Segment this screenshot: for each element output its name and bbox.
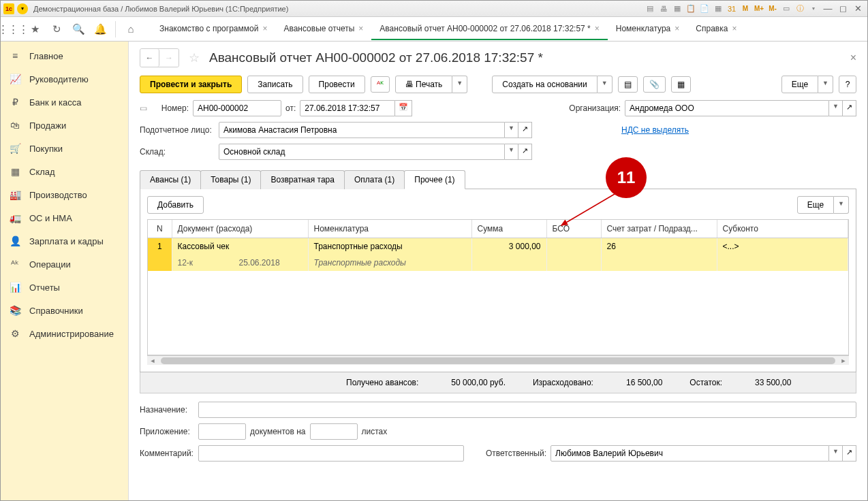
org-open[interactable]: ↗ [843,100,856,116]
horizontal-scrollbar[interactable]: ◄ ► [147,355,849,365]
tab-intro[interactable]: Знакомство с программой× [151,18,275,40]
tab-goods[interactable]: Товары (1) [200,170,261,189]
action-icon-3[interactable]: ▦ [671,76,691,93]
attach-button[interactable]: 📎 [643,76,666,93]
calendar-button[interactable]: 📅 [395,100,412,116]
mem-mminus[interactable]: M- [766,3,779,15]
save-button[interactable]: Записать [247,76,303,93]
dt-kt-button[interactable]: ᴬᴷ [371,76,390,93]
info-dd[interactable]: ▾ [807,3,820,15]
warehouse-open[interactable]: ↗ [518,144,532,160]
warehouse-dropdown[interactable]: ▼ [505,144,518,160]
close-icon[interactable]: × [732,24,737,33]
nav-back-button[interactable]: ← [140,49,159,67]
home-icon[interactable]: ⌂ [124,22,138,36]
tb-icon-5[interactable]: 📄 [698,3,711,15]
print-icon[interactable]: 🖶 [657,3,670,15]
tb-icon-3[interactable]: ▦ [671,3,683,15]
calendar-icon[interactable]: 31 [726,3,738,15]
number-input[interactable] [193,100,281,116]
sidebar-item-production[interactable]: 🏭Производство [1,183,128,206]
maximize-button[interactable]: ◻ [836,3,850,14]
more-button[interactable]: Еще [781,76,818,93]
history-icon[interactable]: ↻ [50,22,63,36]
docs-count-input[interactable] [198,423,246,440]
nds-link[interactable]: НДС не выделять [621,125,689,135]
tb-icon-1[interactable]: ▤ [644,3,656,15]
tab-help[interactable]: Справка× [687,18,745,40]
tab-reports[interactable]: Авансовые отчеты× [275,18,371,40]
tb-icon-10[interactable]: ▭ [780,3,792,15]
responsible-input[interactable] [551,445,829,462]
scroll-left-icon[interactable]: ◄ [147,356,158,366]
create-based-dropdown[interactable]: ▼ [598,76,613,93]
tab-current-doc[interactable]: Авансовый отчет АН00-000002 от 27.06.201… [371,18,607,40]
apps-icon[interactable]: ⋮⋮⋮ [6,22,20,36]
sidebar-item-main[interactable]: ≡Главное [1,44,128,67]
sidebar-item-operations[interactable]: ᴬᵏОперации [1,253,128,276]
post-and-close-button[interactable]: Провести и закрыть [140,76,242,93]
col-subk[interactable]: Субконто [717,220,848,238]
comment-input[interactable] [198,445,464,462]
app-menu-dropdown[interactable]: ▾ [17,3,28,14]
col-sum[interactable]: Сумма [471,220,546,238]
person-open[interactable]: ↗ [518,122,532,138]
person-dropdown[interactable]: ▼ [505,122,518,138]
close-icon[interactable]: × [675,24,679,33]
sidebar-item-salary[interactable]: 👤Зарплата и кадры [1,229,128,253]
org-input[interactable] [625,100,829,116]
help-button[interactable]: ? [839,76,856,93]
sidebar-item-manager[interactable]: 📈Руководителю [1,67,128,91]
col-doc[interactable]: Документ (расхода) [172,220,308,238]
responsible-dropdown[interactable]: ▼ [829,445,843,462]
sidebar-item-reports[interactable]: 📊Отчеты [1,276,128,299]
sidebar-item-bank[interactable]: ₽Банк и касса [1,91,128,114]
close-icon[interactable]: × [358,24,363,33]
tab-returnable[interactable]: Возвратная тара [260,170,345,189]
create-based-button[interactable]: Создать на основании [492,76,598,93]
close-icon[interactable]: × [595,24,600,33]
tab-nomenclature[interactable]: Номенклатура× [608,18,688,40]
sidebar-item-admin[interactable]: ⚙Администрирование [1,322,128,345]
print-dropdown[interactable]: ▼ [452,76,467,93]
table-more-dropdown[interactable]: ▼ [834,196,849,214]
nav-forward-button[interactable]: → [159,49,179,67]
col-n[interactable]: N [148,220,172,238]
bell-icon[interactable]: 🔔 [93,22,107,36]
more-dropdown[interactable]: ▼ [818,76,833,93]
favorite-star-icon[interactable]: ☆ [189,50,200,65]
sidebar-item-assets[interactable]: 🚛ОС и НМА [1,206,128,229]
action-icon-1[interactable]: ▤ [618,76,638,93]
close-document-button[interactable]: × [850,52,856,64]
tab-advances[interactable]: Авансы (1) [140,170,201,189]
sidebar-item-refs[interactable]: 📚Справочники [1,299,128,322]
tab-payment[interactable]: Оплата (1) [344,170,405,189]
tb-icon-4[interactable]: 📋 [685,3,697,15]
print-button[interactable]: 🖶 Печать [395,76,453,93]
search-icon[interactable]: 🔍 [72,22,85,36]
sidebar-item-purchases[interactable]: 🛒Покупки [1,137,128,160]
date-input[interactable] [300,100,395,116]
mem-mplus[interactable]: M+ [753,3,765,15]
sidebar-item-warehouse[interactable]: ▦Склад [1,160,128,183]
table-row[interactable]: 1 Кассовый чек Транспортные расходы 3 00… [148,238,848,255]
post-button[interactable]: Провести [309,76,365,93]
minimize-button[interactable]: — [821,3,835,14]
col-nom[interactable]: Номенклатура [308,220,471,238]
table-row-sub[interactable]: 12-к25.06.2018 Транспортные расходы [148,255,848,271]
add-button[interactable]: Добавить [147,196,204,214]
warehouse-input[interactable] [219,144,505,160]
mem-m[interactable]: M [739,3,751,15]
favorite-icon[interactable]: ★ [28,22,42,36]
info-icon[interactable]: ⓘ [794,3,806,15]
responsible-open[interactable]: ↗ [843,445,856,462]
close-icon[interactable]: × [262,24,267,33]
sheets-count-input[interactable] [310,423,358,440]
scroll-thumb[interactable] [161,357,835,364]
tab-other[interactable]: Прочее (1) [404,170,465,189]
purpose-input[interactable] [198,402,856,418]
close-button[interactable]: ✕ [851,3,865,14]
calc-icon[interactable]: ▦ [712,3,724,15]
table-more-button[interactable]: Еще [797,196,834,214]
org-dropdown[interactable]: ▼ [829,100,843,116]
